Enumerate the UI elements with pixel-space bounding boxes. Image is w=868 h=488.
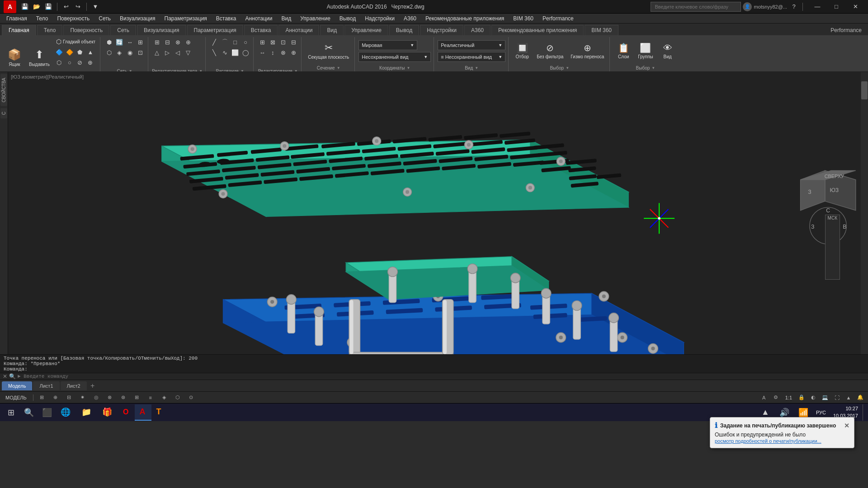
notif-link[interactable]: росмотр подробностей о печати/публикации… bbox=[715, 438, 821, 444]
set-icon-3[interactable]: ↔ bbox=[125, 37, 135, 47]
ribbon-tab-vizualizatsiya[interactable]: Визуализация bbox=[137, 25, 186, 35]
status-snap-icon[interactable]: ⊕ bbox=[51, 393, 61, 403]
status-model[interactable]: МОДЕЛЬ bbox=[3, 394, 29, 401]
btn-gizmo[interactable]: ⊕ Гизмо переноса bbox=[568, 41, 607, 61]
red-icon-4[interactable]: ⊟ bbox=[288, 37, 298, 47]
btn-sloi[interactable]: 📋 Слои bbox=[613, 41, 633, 61]
icon-cell-7[interactable]: ⊘ bbox=[75, 57, 85, 67]
status-tray-expand-icon[interactable]: ▲ bbox=[844, 393, 854, 403]
btn-sekplane[interactable]: ✂ Секущая плоскость bbox=[305, 40, 352, 61]
ris-icon-3[interactable]: □ bbox=[230, 37, 240, 47]
ris-icon-1[interactable]: ╱ bbox=[209, 37, 219, 47]
status-sel-icon[interactable]: ⊙ bbox=[186, 393, 196, 403]
taskbar-search-button[interactable]: 🔍 bbox=[20, 404, 38, 421]
ribbon-tab-vyvod[interactable]: Вывод bbox=[389, 25, 419, 35]
menu-nadstrojki[interactable]: Надстройки bbox=[360, 14, 399, 23]
ribbon-tab-set[interactable]: Сеть bbox=[110, 25, 136, 35]
qa-new-button[interactable]: 💾 bbox=[20, 2, 30, 12]
vid-dd-expand[interactable]: ▼ bbox=[475, 66, 478, 70]
left-panel-tab-svoystva[interactable]: СВОЙСТВА bbox=[0, 74, 7, 106]
command-input[interactable] bbox=[18, 374, 865, 379]
menu-performance[interactable]: Performance bbox=[538, 14, 578, 23]
redtel-icon-2[interactable]: ⊟ bbox=[162, 37, 172, 47]
status-annotation-icon[interactable]: A bbox=[759, 393, 769, 403]
taskbar-autocad-app[interactable]: A bbox=[135, 404, 151, 421]
set-icon-6[interactable]: ◈ bbox=[114, 47, 124, 57]
status-notif-icon[interactable]: 🔔 bbox=[855, 393, 865, 403]
menu-vizualizatsiya[interactable]: Визуализация bbox=[115, 14, 160, 23]
ris-icon-5[interactable]: ╲ bbox=[209, 47, 219, 57]
status-fullscreen-icon[interactable]: ⛶ bbox=[832, 393, 842, 403]
set-icon-1[interactable]: ⬢ bbox=[104, 37, 114, 47]
menu-poverkhnost[interactable]: Поверхность bbox=[52, 14, 94, 23]
ribbon-tab-upravlenie[interactable]: Управление bbox=[344, 25, 388, 35]
icon-cell-6[interactable]: ○ bbox=[65, 57, 75, 67]
taskbar-start-button[interactable]: ⊞ bbox=[2, 404, 20, 421]
redtel-icon-5[interactable]: △ bbox=[152, 47, 162, 57]
red-expand[interactable]: ▼ bbox=[294, 69, 298, 71]
status-scale[interactable]: 1:1 bbox=[783, 394, 795, 401]
ribbon-tab-telo[interactable]: Тело bbox=[37, 25, 63, 35]
status-ortho-icon[interactable]: ⊟ bbox=[64, 393, 74, 403]
status-polar-icon[interactable]: ✷ bbox=[78, 393, 88, 403]
ribbon-tab-a360[interactable]: A360 bbox=[464, 25, 491, 35]
dropdown-realistichny[interactable]: Реалистичный ▼ bbox=[438, 40, 505, 50]
ris-icon-8[interactable]: ◯ bbox=[241, 47, 250, 57]
red-icon-5[interactable]: ↔ bbox=[257, 47, 267, 57]
icon-cell-1[interactable]: 🔷 bbox=[54, 47, 64, 57]
menu-annotatsii[interactable]: Аннотации bbox=[241, 14, 277, 23]
menu-parametrizatsiya[interactable]: Параметризация bbox=[160, 14, 212, 23]
taskbar-explorer-app[interactable]: 📁 bbox=[77, 404, 98, 421]
set-expand[interactable]: ▼ bbox=[129, 69, 132, 71]
icon-cell-3[interactable]: ⬟ bbox=[75, 47, 85, 57]
taskbar-store-app[interactable]: 🎁 bbox=[98, 404, 118, 421]
risovanie-expand[interactable]: ▼ bbox=[241, 69, 244, 71]
ribbon-tab-nadstrojki[interactable]: Надстройки bbox=[420, 25, 463, 35]
redtel-icon-8[interactable]: ▽ bbox=[183, 47, 193, 57]
status-workspace-icon[interactable]: ⚙ bbox=[771, 393, 781, 403]
set-icon-5[interactable]: ⬡ bbox=[104, 47, 114, 57]
menu-vid[interactable]: Вид bbox=[277, 14, 296, 23]
menu-recommended[interactable]: Рекомендованные приложения bbox=[421, 14, 509, 23]
dropdown-vid2[interactable]: ≡ Несохраненный вид ▼ bbox=[438, 52, 505, 62]
btn-vydavit[interactable]: ⬆ Выдавить bbox=[26, 47, 52, 69]
status-isolate-icon[interactable]: ◐ bbox=[808, 393, 818, 403]
dropdown-mirovaya[interactable]: Мировая ▼ bbox=[359, 40, 417, 50]
sloi-expand[interactable]: ▼ bbox=[651, 66, 655, 70]
scroll-thumb[interactable] bbox=[861, 81, 868, 99]
menu-set[interactable]: Сеть bbox=[94, 14, 115, 23]
ris-icon-2[interactable]: ⌒ bbox=[220, 37, 230, 47]
status-3dosnap-icon[interactable]: ⊗ bbox=[105, 393, 115, 403]
ris-icon-7[interactable]: ⬜ bbox=[230, 47, 240, 57]
status-dynucs-icon[interactable]: ⊛ bbox=[118, 393, 128, 403]
btn-bezfiltra[interactable]: ⊘ Без фильтра bbox=[534, 41, 566, 61]
status-grid-icon[interactable]: ⊞ bbox=[37, 393, 47, 403]
ris-icon-4[interactable]: ○ bbox=[241, 37, 250, 47]
left-panel-tab-c[interactable]: C bbox=[0, 108, 7, 118]
taskbar-opera-app[interactable]: O bbox=[118, 404, 135, 421]
tab-list1[interactable]: Лист1 bbox=[33, 381, 59, 390]
status-qs-icon[interactable]: ⬡ bbox=[173, 393, 183, 403]
red-icon-7[interactable]: ⊗ bbox=[278, 47, 288, 57]
status-lock-icon[interactable]: 🔒 bbox=[797, 393, 807, 403]
minimize-button[interactable]: — bbox=[808, 0, 826, 13]
icon-cell-4[interactable]: ▲ bbox=[85, 47, 95, 57]
dropdown-nesokhranenny[interactable]: Несохраненный вид ▼ bbox=[359, 52, 431, 62]
btn-vid-right[interactable]: 👁 Вид bbox=[658, 41, 678, 61]
icon-cell-2[interactable]: 🔶 bbox=[65, 47, 75, 57]
menu-glavnaya[interactable]: Главная bbox=[2, 14, 32, 23]
tab-add-button[interactable]: + bbox=[88, 381, 98, 391]
menu-vstavka[interactable]: Вставка bbox=[212, 14, 241, 23]
btn-yashchik[interactable]: 📦 Ящик bbox=[5, 47, 24, 69]
sech-expand[interactable]: ▼ bbox=[337, 66, 340, 70]
taskbar-taskview-button[interactable]: ⬛ bbox=[38, 404, 56, 421]
close-button[interactable]: ✕ bbox=[846, 0, 864, 13]
taskbar-edge-app[interactable]: 🌐 bbox=[56, 404, 77, 421]
red-icon-1[interactable]: ⊞ bbox=[257, 37, 267, 47]
qa-open-button[interactable]: 📂 bbox=[32, 2, 42, 12]
ris-icon-6[interactable]: ∿ bbox=[220, 47, 230, 57]
set-icon-2[interactable]: 🔄 bbox=[114, 37, 124, 47]
icon-cell-8[interactable]: ⊕ bbox=[85, 57, 95, 67]
vybor-expand[interactable]: ▼ bbox=[566, 66, 569, 70]
qa-undo-button[interactable]: ↩ bbox=[61, 2, 71, 12]
